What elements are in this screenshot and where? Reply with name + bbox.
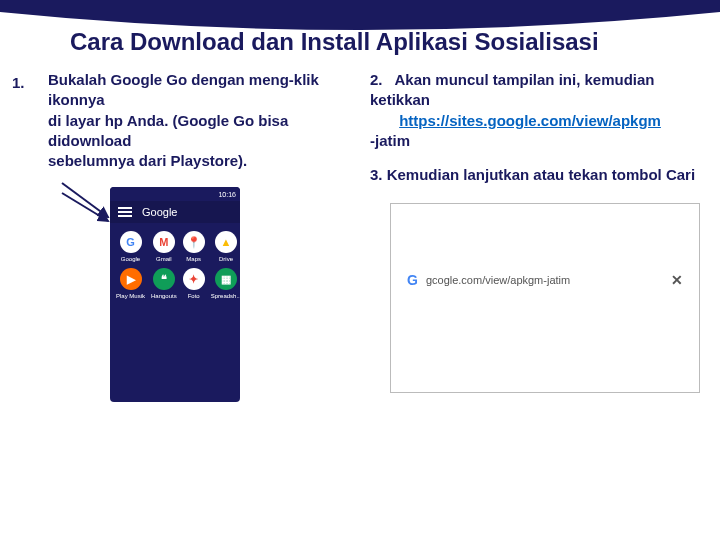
app-item: ▲Drive: [211, 231, 240, 262]
step1-text: Bukalah Google Go dengan meng-klik ikonn…: [30, 70, 350, 171]
app-item: ✦Foto: [183, 268, 205, 299]
app-icon: M: [153, 231, 175, 253]
step3-text: 3. Kemudian lanjutkan atau tekan tombol …: [370, 165, 700, 185]
app-item: GGoogle: [116, 231, 145, 262]
app-icon: ▲: [215, 231, 237, 253]
google-logo-icon: G: [407, 272, 418, 288]
app-item: 📍Maps: [183, 231, 205, 262]
url-link[interactable]: https://sites.google.com/view/apkgm: [399, 112, 661, 129]
browser-screenshot: G gcogle.com/view/apkgm-jatim ✕: [390, 203, 700, 393]
step2-number: 2.: [370, 71, 383, 88]
close-icon[interactable]: ✕: [671, 272, 683, 288]
app-icon: ✦: [183, 268, 205, 290]
app-icon: ❝: [153, 268, 175, 290]
app-label: Foto: [183, 293, 205, 299]
page-title: Cara Download dan Install Aplikasi Sosia…: [70, 28, 599, 56]
app-label: Google: [116, 256, 145, 262]
hamburger-icon: [118, 205, 132, 219]
app-icon: ▦: [215, 268, 237, 290]
app-item: ▦Spreadsh...: [211, 268, 240, 299]
phone-screenshot: 10:16 Google GGoogleMGmail📍Maps▲Drive▶Pl…: [110, 187, 240, 402]
app-icon: ▶: [120, 268, 142, 290]
app-item: ▶Play Musik: [116, 268, 145, 299]
search-input[interactable]: gcogle.com/view/apkgm-jatim: [426, 274, 671, 286]
app-icon: 📍: [183, 231, 205, 253]
app-label: Spreadsh...: [211, 293, 240, 299]
svg-line-0: [62, 183, 108, 217]
app-label: Hangouts: [151, 293, 177, 299]
phone-time: 10:16: [218, 191, 236, 198]
app-label: Play Musik: [116, 293, 145, 299]
app-label: Gmail: [151, 256, 177, 262]
app-label: Maps: [183, 256, 205, 262]
app-item: MGmail: [151, 231, 177, 262]
app-label: Drive: [211, 256, 240, 262]
svg-line-1: [62, 193, 108, 221]
app-item: ❝Hangouts: [151, 268, 177, 299]
phone-brand: Google: [142, 206, 177, 218]
app-icon: G: [120, 231, 142, 253]
step2-text: 2. Akan muncul tampilan ini, kemudian ke…: [370, 70, 700, 151]
